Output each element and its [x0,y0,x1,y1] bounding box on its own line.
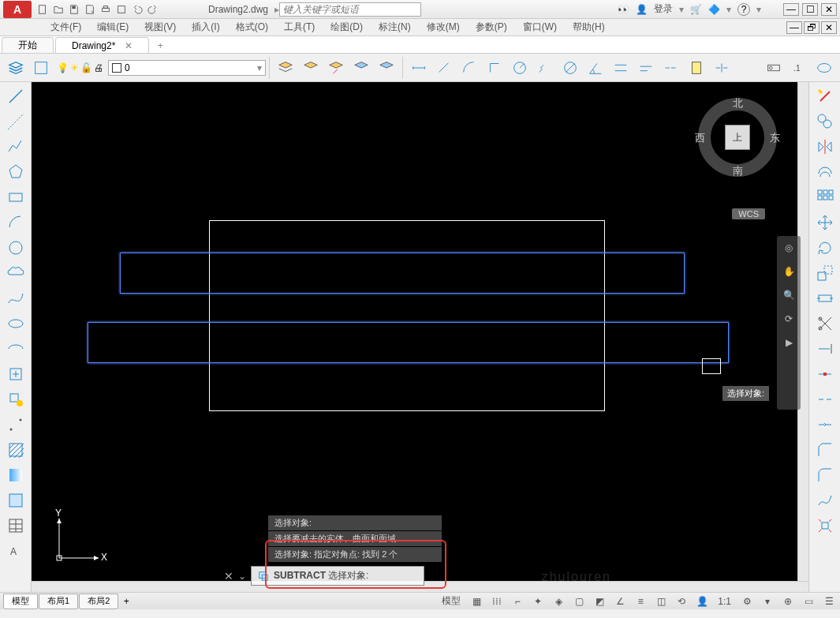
layer-states-icon[interactable] [29,56,53,80]
dim-quick-icon[interactable] [609,56,633,80]
layer-stack-icon[interactable] [274,56,297,80]
dim-jogged-icon[interactable] [533,56,557,80]
lineweight-icon[interactable]: ≡ [633,594,648,609]
saveas-icon[interactable] [83,2,97,17]
spline-icon[interactable] [2,287,29,310]
viewcube-north[interactable]: 北 [733,96,743,110]
layer-prev-icon[interactable] [324,56,348,80]
layer-walk-icon[interactable] [375,56,398,80]
layer-props-icon[interactable] [4,56,28,80]
polar-icon[interactable]: ✦ [530,594,546,609]
region-icon[interactable] [2,489,29,512]
tab-add-button[interactable]: + [152,39,168,53]
menu-param[interactable]: 参数(P) [468,21,515,34]
workspace-icon[interactable]: ⊕ [780,594,796,609]
dim-break-icon[interactable] [710,56,734,80]
cmd-close-icon[interactable]: ✕ [224,570,233,582]
maximize-button[interactable]: ☐ [802,3,818,16]
dim-ordinate-icon[interactable] [483,56,506,80]
text-icon[interactable]: A [2,539,29,563]
dim-baseline-icon[interactable] [634,56,658,80]
annoscale-icon[interactable]: ▾ [760,594,775,609]
mirror-icon[interactable] [812,135,838,159]
dim-inspect-icon[interactable] [812,56,836,80]
app-icon[interactable]: 🔷 [708,4,720,15]
menu-format[interactable]: 格式(O) [228,21,276,34]
tab-drawing[interactable]: Drawing2*✕ [55,37,149,53]
break-point-icon[interactable] [812,362,838,386]
hatch-icon[interactable] [2,438,29,462]
sun-icon[interactable]: ☀ [70,62,79,73]
dim-diameter-icon[interactable] [558,56,582,80]
command-input[interactable]: SUBTRACT 选择对象: [251,566,424,586]
zoom-icon[interactable]: 🔍 [780,287,797,304]
isodraft-icon[interactable]: ◈ [551,594,566,609]
login-link[interactable]: 登录 [654,2,673,16]
dim-space-icon[interactable] [685,56,708,80]
bulb-icon[interactable]: 💡 [57,62,69,73]
gradient-icon[interactable] [2,463,29,487]
plot-layer-icon[interactable]: 🖨 [94,62,103,73]
osnap-icon[interactable]: ▢ [571,594,587,609]
dim-radius-icon[interactable] [508,56,532,80]
3dosnap-icon[interactable]: ◩ [592,594,607,609]
annomon-icon[interactable]: 👤 [694,594,710,609]
chamfer-icon[interactable] [812,438,838,462]
join-icon[interactable] [812,413,838,436]
viewcube[interactable]: 上 北 南 东 西 [698,98,777,177]
new-icon[interactable] [35,2,50,17]
ortho-icon[interactable]: ⌐ [510,594,525,609]
orbit-icon[interactable]: ⟳ [780,310,797,328]
print-icon[interactable] [99,2,113,17]
menu-tools[interactable]: 工具(T) [276,21,323,34]
extend-icon[interactable] [812,337,838,361]
polygon-icon[interactable] [2,160,29,184]
menu-view[interactable]: 视图(V) [136,21,184,34]
menu-window[interactable]: 窗口(W) [515,21,565,34]
center-mark-icon[interactable]: .1 [787,56,811,80]
menu-file[interactable]: 文件(F) [43,21,89,34]
menu-insert[interactable]: 插入(I) [184,21,227,34]
doc-restore-button[interactable]: 🗗 [804,21,819,34]
trim-icon[interactable] [812,312,838,335]
viewcube-west[interactable]: 西 [695,131,705,145]
layout-add-button[interactable]: + [119,594,133,609]
exchange-icon[interactable]: 🛒 [690,4,702,15]
search-input[interactable] [279,2,421,17]
blend-icon[interactable] [812,489,838,512]
layout-tab-1[interactable]: 布局1 [39,594,78,609]
polyline-icon[interactable] [2,135,29,159]
copy-icon[interactable] [812,110,838,133]
move-icon[interactable] [812,211,838,234]
clean-screen-icon[interactable]: ▭ [801,594,816,609]
dim-aligned-icon[interactable] [432,56,456,80]
insert-block-icon[interactable] [2,362,29,386]
dim-continue-icon[interactable] [659,56,683,80]
layer-match-icon[interactable] [299,56,323,80]
circle-icon[interactable] [2,236,29,260]
tab-close-icon[interactable]: ✕ [125,40,133,51]
app-logo[interactable]: A [3,1,32,18]
rectangle-icon[interactable] [2,185,29,209]
status-model-button[interactable]: 模型 [439,594,464,608]
layer-selector[interactable]: 0 ▾ [108,60,266,76]
scale-display[interactable]: 1:1 [715,596,734,607]
help-icon[interactable]: ? [737,3,750,16]
ellipse-arc-icon[interactable] [2,337,29,361]
explode-icon[interactable] [812,514,838,537]
dim-arc-icon[interactable] [457,56,481,80]
viewcube-top-face[interactable]: 上 [725,125,750,150]
dim-angular-icon[interactable] [584,56,607,80]
layout-tab-2[interactable]: 布局2 [79,594,118,609]
layer-iso-icon[interactable] [349,56,373,80]
stretch-icon[interactable] [812,287,838,310]
rotate-icon[interactable] [812,236,838,260]
doc-minimize-button[interactable]: — [786,21,802,34]
fillet-icon[interactable] [812,463,838,487]
point-icon[interactable] [2,413,29,436]
transparency-icon[interactable]: ◫ [653,594,669,609]
menu-modify[interactable]: 修改(M) [419,21,468,34]
plot-icon[interactable] [114,2,129,17]
make-block-icon[interactable] [2,388,29,411]
revision-cloud-icon[interactable] [2,261,29,285]
